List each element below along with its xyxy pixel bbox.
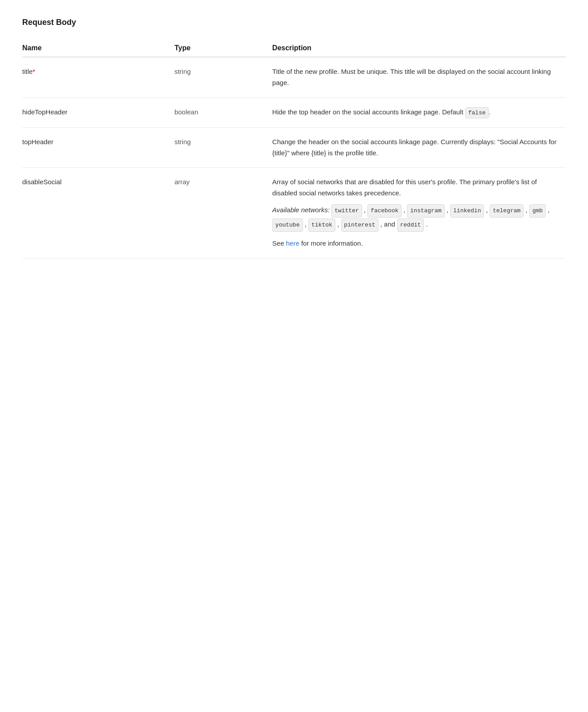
network-badge: gmb (529, 204, 546, 218)
required-indicator: * (32, 68, 35, 75)
network-badge: youtube (272, 218, 303, 232)
field-description-cell: Array of social networks that are disabl… (272, 168, 566, 258)
field-description-cell: Title of the new profile. Must be unique… (272, 57, 566, 97)
network-badge: reddit (397, 218, 424, 232)
table-row: hideTopHeaderbooleanHide the top header … (22, 97, 566, 127)
table-row: topHeaderstringChange the header on the … (22, 127, 566, 168)
network-badge: pinterest (341, 218, 379, 232)
table-row: title*stringTitle of the new profile. Mu… (22, 57, 566, 97)
network-badge: instagram (407, 204, 444, 218)
page-title: Request Body (22, 18, 566, 27)
available-networks: Available networks: twitter , facebook ,… (272, 203, 559, 232)
table-header-row: Name Type Description (22, 40, 566, 57)
field-type-cell: array (174, 168, 272, 258)
network-badge: twitter (331, 204, 362, 218)
field-description-cell: Hide the top header on the social accoun… (272, 97, 566, 127)
network-badge: facebook (367, 204, 401, 218)
network-badge: tiktok (308, 218, 335, 232)
code-value: false (465, 107, 489, 118)
description-intro: Array of social networks that are disabl… (272, 177, 559, 199)
field-name: hideTopHeader (22, 108, 68, 116)
column-header-type: Type (174, 40, 272, 57)
field-description-cell: Change the header on the social accounts… (272, 127, 566, 168)
field-name-cell: topHeader (22, 127, 174, 168)
available-networks-label: Available networks: (272, 206, 331, 214)
field-type-cell: string (174, 127, 272, 168)
field-name-cell: disableSocial (22, 168, 174, 258)
field-name-cell: title* (22, 57, 174, 97)
request-body-table: Name Type Description title*stringTitle … (22, 40, 566, 259)
field-type-cell: boolean (174, 97, 272, 127)
network-badge: telegram (490, 204, 524, 218)
field-name: title (22, 68, 32, 75)
field-name: topHeader (22, 138, 53, 146)
column-header-name: Name (22, 40, 174, 57)
see-more-link[interactable]: here (286, 239, 299, 247)
field-type-cell: string (174, 57, 272, 97)
field-name: disableSocial (22, 178, 61, 186)
network-badge: linkedin (450, 204, 484, 218)
table-row: disableSocialarrayArray of social networ… (22, 168, 566, 258)
see-more: See here for more information. (272, 238, 559, 249)
column-header-description: Description (272, 40, 566, 57)
field-name-cell: hideTopHeader (22, 97, 174, 127)
and-text: and (384, 220, 397, 228)
